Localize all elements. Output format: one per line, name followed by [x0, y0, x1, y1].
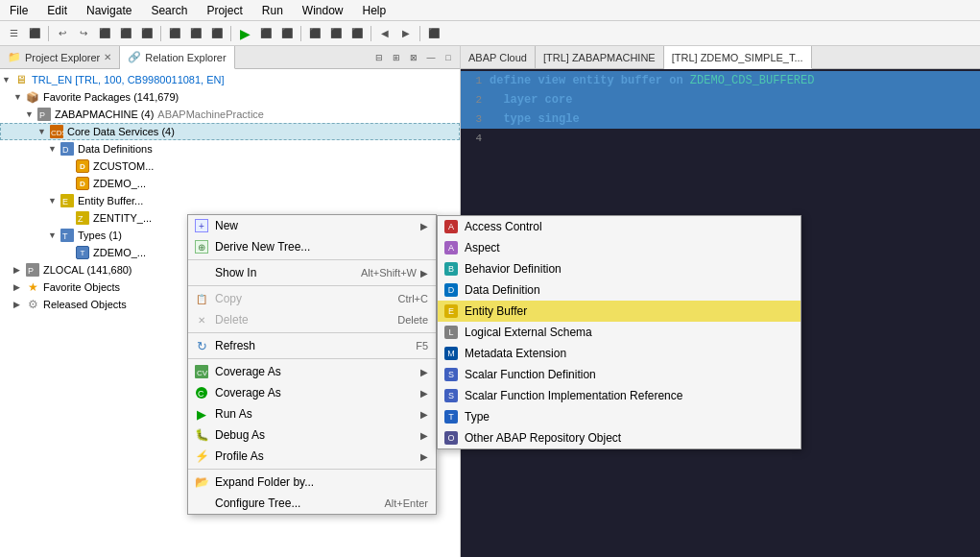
tree-favorite-packages[interactable]: ▼ 📦 Favorite Packages (141,679) [0, 88, 460, 106]
tree-arrow-released: ▶ [13, 300, 25, 309]
toolbar-sep-2 [160, 26, 161, 41]
ctx-expand-folder-label: Expand Folder by... [215, 475, 314, 489]
panel-action-1[interactable]: ⊟ [371, 50, 387, 65]
sub-logical-label: Logical External Schema [465, 326, 592, 339]
ctx-run-as[interactable]: ▶ Run As ▶ [188, 403, 436, 424]
tab-zabapmachine[interactable]: [TRL] ZABAPMACHINE [536, 46, 664, 68]
tree-cds[interactable]: ▼ CDS Core Data Services (4) [0, 123, 460, 140]
toolbar-btn-3[interactable]: ↩ [53, 24, 72, 43]
menu-edit[interactable]: Edit [41, 2, 73, 19]
panel-action-maximize[interactable]: □ [441, 50, 456, 65]
menu-run[interactable]: Run [256, 2, 289, 19]
ctx-copy-icon: 📋 [194, 291, 209, 306]
sub-aspect[interactable]: A Aspect [438, 237, 801, 258]
sub-scalar-def[interactable]: S Scalar Function Definition [438, 364, 801, 385]
tab-zdemo-simple[interactable]: [TRL] ZDEMO_SIMPLE_T... [664, 46, 812, 69]
menu-project[interactable]: Project [201, 2, 248, 19]
toolbar-nav-fwd[interactable]: ▶ [396, 24, 416, 43]
sub-scalar2-icon: S [443, 388, 459, 403]
ctx-delete-shortcut: Delete [382, 314, 428, 326]
tree-data-defs[interactable]: ▼ D Data Definitions [0, 140, 460, 157]
toolbar-run-btn[interactable]: ▶ [235, 24, 254, 43]
tab-abap-cloud-label: ABAP Cloud [468, 52, 527, 63]
toolbar-btn-2[interactable]: ⬛ [25, 24, 44, 43]
sub-access-control[interactable]: A Access Control [438, 216, 801, 237]
tab-relation-explorer[interactable]: 🔗 Relation Explorer [120, 46, 234, 69]
toolbar-btn-14[interactable]: ⬛ [326, 24, 346, 43]
sub-entity-buffer[interactable]: E Entity Buffer [438, 301, 801, 322]
ctx-sep-1 [188, 259, 436, 260]
toolbar-btn-11[interactable]: ⬛ [256, 24, 275, 43]
ctx-profile-as[interactable]: ⚡ Profile As ▶ [188, 446, 436, 467]
toolbar-btn-8[interactable]: ⬛ [165, 24, 184, 43]
toolbar-btn-15[interactable]: ⬛ [347, 24, 367, 43]
toolbar-btn-12[interactable]: ⬛ [277, 24, 297, 43]
svg-text:P: P [39, 110, 45, 120]
sub-behavior-def[interactable]: B Behavior Definition [438, 258, 801, 279]
tab-project-explorer[interactable]: 📁 Project Explorer ✕ [0, 46, 120, 68]
code-text-2: layer core [490, 93, 572, 107]
menu-navigate[interactable]: Navigate [81, 2, 137, 19]
close-project-explorer[interactable]: ✕ [104, 52, 111, 62]
relation-explorer-icon: 🔗 [128, 51, 141, 64]
tree-icon-fav-obj: ★ [25, 279, 40, 295]
ctx-new[interactable]: + New ▶ [188, 215, 436, 236]
sub-scalar-impl[interactable]: S Scalar Function Implementation Referen… [438, 385, 801, 406]
tree-icon-zcustom: D [75, 158, 90, 174]
tree-arrow-datadef: ▼ [48, 144, 60, 154]
ctx-configure-tree[interactable]: Configure Tree... Alt+Enter [188, 493, 436, 514]
context-menu: + New ▶ ⊕ Derive New Tree... Show In Alt… [187, 214, 437, 515]
panel-action-minimize[interactable]: — [423, 50, 439, 65]
toolbar-btn-6[interactable]: ⬛ [116, 24, 135, 43]
toolbar-btn-4[interactable]: ↪ [74, 24, 93, 43]
tree-entbuf-label: Entity Buffer... [78, 195, 143, 206]
sub-entity-label: Entity Buffer [465, 304, 527, 318]
tab-abap-cloud[interactable]: ABAP Cloud [461, 46, 536, 68]
toolbar: ☰ ⬛ ↩ ↪ ⬛ ⬛ ⬛ ⬛ ⬛ ⬛ ▶ ⬛ ⬛ ⬛ ⬛ ⬛ ◀ ▶ ⬛ [0, 21, 980, 46]
sub-logical-schema[interactable]: L Logical External Schema [438, 322, 801, 343]
svg-text:C: C [198, 389, 204, 399]
sub-behavior-icon: B [443, 261, 459, 277]
tree-zdemo1[interactable]: ▶ D ZDEMO_... [0, 175, 460, 192]
tree-zentity-label: ZENTITY_... [93, 212, 152, 224]
tree-zabapmachine[interactable]: ▼ P ZABAPMACHINE (4) ABAPMachinePractice [0, 106, 460, 123]
toolbar-btn-13[interactable]: ⬛ [305, 24, 324, 43]
toolbar-nav-back[interactable]: ◀ [375, 24, 394, 43]
toolbar-btn-9[interactable]: ⬛ [186, 24, 205, 43]
ctx-refresh[interactable]: ↻ Refresh F5 [188, 335, 436, 356]
ctx-derive[interactable]: ⊕ Derive New Tree... [188, 236, 436, 257]
line-num-1: 1 [461, 75, 490, 86]
tree-datadef-label: Data Definitions [78, 143, 153, 155]
sub-other-object[interactable]: O Other ABAP Repository Object [438, 427, 801, 448]
toolbar-btn-7[interactable]: ⬛ [137, 24, 156, 43]
ctx-show-in[interactable]: Show In Alt+Shift+W ▶ [188, 262, 436, 283]
tree-entity-buf[interactable]: ▼ E Entity Buffer... [0, 192, 460, 209]
sub-data-def[interactable]: D Data Definition [438, 279, 801, 301]
menu-file[interactable]: File [4, 2, 34, 19]
sub-scalar-label: Scalar Function Definition [465, 368, 596, 381]
sub-access-icon: A [443, 219, 459, 234]
ctx-sep-4 [188, 358, 436, 359]
toolbar-btn-16[interactable]: ⬛ [424, 24, 443, 43]
tree-zcustom[interactable]: ▶ D ZCUSTOM... [0, 157, 460, 175]
tree-fav-objects-label: Favorite Objects [43, 281, 120, 293]
tree-arrow-zcustom: ▶ [63, 161, 75, 171]
sub-logical-icon: L [443, 325, 459, 340]
panel-action-3[interactable]: ⊠ [406, 50, 421, 65]
ctx-coverage1[interactable]: CV Coverage As ▶ [188, 361, 436, 382]
ctx-debug-as[interactable]: 🐛 Debug As ▶ [188, 424, 436, 446]
ctx-expand-folder[interactable]: 📂 Expand Folder by... [188, 472, 436, 493]
panel-action-2[interactable]: ⊞ [389, 50, 404, 65]
menu-help[interactable]: Help [357, 2, 393, 19]
sub-metadata-ext[interactable]: M Metadata Extension [438, 343, 801, 364]
menu-search[interactable]: Search [145, 2, 193, 19]
tab-zabapmachine-label: [TRL] ZABAPMACHINE [543, 52, 656, 63]
toolbar-btn-10[interactable]: ⬛ [207, 24, 227, 43]
ctx-coverage2[interactable]: C Coverage As ▶ [188, 382, 436, 403]
ctx-configure-tree-label: Configure Tree... [215, 496, 300, 510]
toolbar-btn-1[interactable]: ☰ [4, 24, 23, 43]
menu-window[interactable]: Window [297, 2, 349, 19]
sub-type[interactable]: T Type [438, 406, 801, 427]
toolbar-btn-5[interactable]: ⬛ [95, 24, 114, 43]
tree-root[interactable]: ▼ 🖥 TRL_EN [TRL, 100, CB9980011081, EN] [0, 71, 460, 88]
